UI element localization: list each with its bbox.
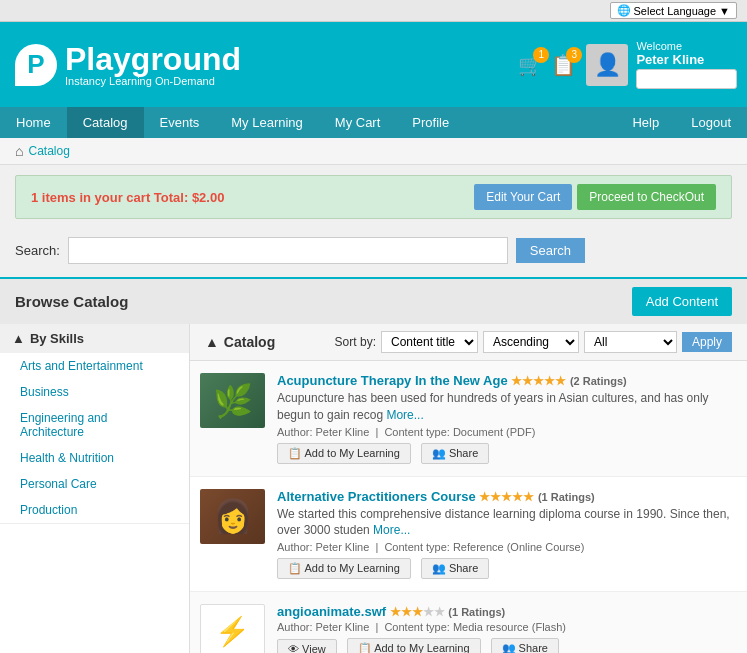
cart-total-amount: $2.00 (192, 190, 225, 205)
cart-notice-buttons: Edit Your Cart Proceed to CheckOut (474, 184, 716, 210)
role-label: Role: Learner (642, 72, 715, 86)
logo-text: Playground Instancy Learning On-Demand (65, 43, 241, 87)
nav-item-mycart[interactable]: My Cart (319, 107, 397, 138)
course-thumbnail-alternative: 👩 (200, 489, 265, 544)
browse-catalog-title: Browse Catalog (15, 293, 128, 310)
course-info-acupuncture: Acupuncture Therapy In the New Age ★★★★★… (277, 373, 737, 464)
logo-letter: P (27, 49, 44, 80)
course-stars-angioanimate: ★★★★★ (390, 605, 445, 619)
course-ratings-acupuncture: (2 Ratings) (570, 375, 627, 387)
cart-items-text: 1 items in your cart Total: (31, 190, 188, 205)
share-angioanimate[interactable]: 👥 Share (491, 638, 559, 653)
breadcrumb-catalog[interactable]: Catalog (28, 144, 69, 158)
main-nav: Home Catalog Events My Learning My Cart … (0, 107, 747, 138)
sidebar-title-label: By Skills (30, 331, 84, 346)
search-input[interactable] (68, 237, 508, 264)
nav-links: Home Catalog Events My Learning My Cart … (0, 107, 465, 138)
course-link-alternative[interactable]: Alternative Practitioners Course (277, 489, 476, 504)
course-actions-acupuncture: 📋 Add to My Learning 👥 Share (277, 443, 737, 464)
more-link-acupuncture[interactable]: More... (386, 408, 423, 422)
sidebar-item-business[interactable]: Business (0, 379, 189, 405)
acupuncture-thumbnail-icon: 🌿 (213, 382, 253, 420)
cart-icons: 🛒 1 📋 3 (518, 53, 576, 77)
user-area: 👤 Welcome Peter Kline Role: Learner ▼ (586, 40, 737, 89)
nav-item-help[interactable]: Help (616, 107, 675, 138)
search-label: Search: (15, 243, 60, 258)
course-link-acupuncture[interactable]: Acupuncture Therapy In the New Age (277, 373, 508, 388)
course-thumbnail-acupuncture: 🌿 (200, 373, 265, 428)
sidebar-item-personal[interactable]: Personal Care (0, 471, 189, 497)
add-to-learning-angioanimate[interactable]: 📋 Add to My Learning (347, 638, 481, 653)
breadcrumb: ⌂ Catalog (0, 138, 747, 165)
share-alternative[interactable]: 👥 Share (421, 558, 489, 579)
nav-item-home[interactable]: Home (0, 107, 67, 138)
apply-sort-button[interactable]: Apply (682, 332, 732, 352)
chevron-down-icon: ▼ (719, 72, 731, 86)
sidebar-item-engineering[interactable]: Engineering and Architecture (0, 405, 189, 445)
course-info-alternative: Alternative Practitioners Course ★★★★★ (… (277, 489, 737, 580)
view-angioanimate[interactable]: 👁 View (277, 639, 337, 653)
course-stars-acupuncture: ★★★★★ (511, 374, 566, 388)
cart-notice: 1 items in your cart Total: $2.00 Edit Y… (15, 175, 732, 219)
sort-controls: Sort by: Content title Date Rating Ascen… (335, 331, 732, 353)
language-bar: 🌐 Select Language ▼ (0, 0, 747, 22)
course-stars-alternative: ★★★★★ (479, 490, 534, 504)
cart-badge-2: 3 (566, 47, 582, 63)
sidebar-item-arts[interactable]: Arts and Entertainment (0, 353, 189, 379)
nav-item-logout[interactable]: Logout (675, 107, 747, 138)
catalog-area: ▲ Catalog Sort by: Content title Date Ra… (190, 324, 747, 653)
course-item-acupuncture: 🌿 Acupuncture Therapy In the New Age ★★★… (190, 361, 747, 477)
course-item-alternative: 👩 Alternative Practitioners Course ★★★★★… (190, 477, 747, 593)
search-button[interactable]: Search (516, 238, 585, 263)
catalog-header: ▲ Catalog Sort by: Content title Date Ra… (190, 324, 747, 361)
course-item-angioanimate: ⚡ angioanimate.swf ★★★★★ (1 Ratings) Aut… (190, 592, 747, 653)
proceed-to-checkout-button[interactable]: Proceed to CheckOut (577, 184, 716, 210)
add-content-button[interactable]: Add Content (632, 287, 732, 316)
nav-item-mylearning[interactable]: My Learning (215, 107, 319, 138)
add-to-learning-alternative[interactable]: 📋 Add to My Learning (277, 558, 411, 579)
sort-by-select[interactable]: Content title Date Rating (381, 331, 478, 353)
course-ratings-angioanimate: (1 Ratings) (448, 606, 505, 618)
course-meta-acupuncture: Author: Peter Kline | Content type: Docu… (277, 426, 737, 438)
nav-item-profile[interactable]: Profile (396, 107, 465, 138)
collapse-icon: ▲ (12, 331, 25, 346)
course-ratings-alternative: (1 Ratings) (538, 491, 595, 503)
more-link-alternative[interactable]: More... (373, 523, 410, 537)
sort-filter-select[interactable]: All Documents Courses (584, 331, 677, 353)
avatar: 👤 (586, 44, 628, 86)
sort-order-select[interactable]: Ascending Descending (483, 331, 579, 353)
share-acupuncture[interactable]: 👥 Share (421, 443, 489, 464)
course-title-angioanimate: angioanimate.swf ★★★★★ (1 Ratings) (277, 604, 737, 619)
language-label: Select Language (634, 5, 717, 17)
cart-badge-1: 1 (533, 47, 549, 63)
browse-catalog-header: Browse Catalog Add Content (0, 277, 747, 324)
sidebar-item-health[interactable]: Health & Nutrition (0, 445, 189, 471)
course-desc-alternative: We started this comprehensive distance l… (277, 506, 737, 540)
home-icon[interactable]: ⌂ (15, 143, 23, 159)
logo-icon: P (15, 44, 57, 86)
course-title-acupuncture: Acupuncture Therapy In the New Age ★★★★★… (277, 373, 737, 388)
course-title-alternative: Alternative Practitioners Course ★★★★★ (… (277, 489, 737, 504)
cart-icon-2[interactable]: 📋 3 (551, 53, 576, 77)
edit-cart-button[interactable]: Edit Your Cart (474, 184, 572, 210)
nav-item-catalog[interactable]: Catalog (67, 107, 144, 138)
user-name: Peter Kline (636, 52, 737, 67)
search-bar: Search: Search (0, 229, 747, 272)
catalog-title: ▲ Catalog (205, 334, 325, 350)
nav-item-events[interactable]: Events (144, 107, 216, 138)
course-link-angioanimate[interactable]: angioanimate.swf (277, 604, 386, 619)
main-area: ▲ By Skills Arts and Entertainment Busin… (0, 324, 747, 653)
sidebar-section-skills: ▲ By Skills Arts and Entertainment Busin… (0, 324, 189, 524)
header: P Playground Instancy Learning On-Demand… (0, 22, 747, 107)
sidebar-item-production[interactable]: Production (0, 497, 189, 523)
logo-title: Playground (65, 43, 241, 75)
welcome-text: Welcome (636, 40, 737, 52)
catalog-title-label: Catalog (224, 334, 275, 350)
add-to-learning-acupuncture[interactable]: 📋 Add to My Learning (277, 443, 411, 464)
course-thumbnail-angioanimate: ⚡ (200, 604, 265, 653)
select-language-button[interactable]: 🌐 Select Language ▼ (610, 2, 737, 19)
course-meta-angioanimate: Author: Peter Kline | Content type: Medi… (277, 621, 737, 633)
cart-icon-1[interactable]: 🛒 1 (518, 53, 543, 77)
role-selector[interactable]: Role: Learner ▼ (636, 69, 737, 89)
sidebar-section-title: ▲ By Skills (0, 324, 189, 353)
